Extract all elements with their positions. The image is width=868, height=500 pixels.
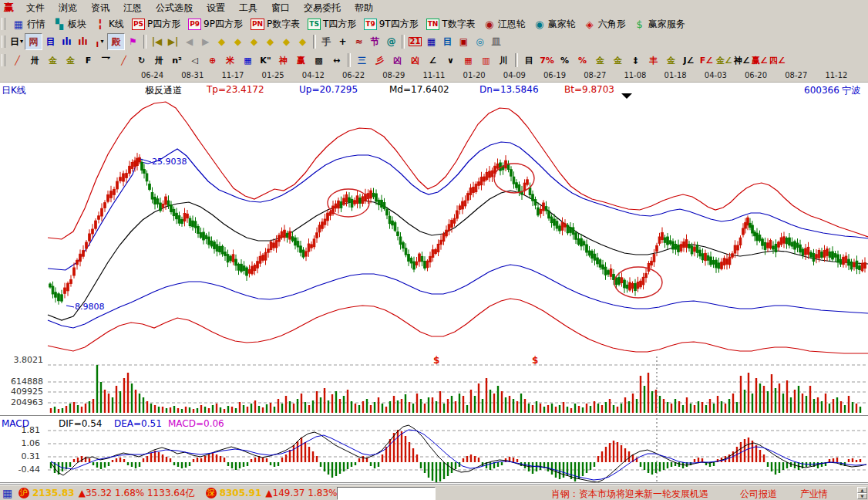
prev-bar-button[interactable]: ◀ (181, 34, 197, 49)
n2-hatch-tool[interactable]: n² (168, 52, 186, 68)
winner-service-button[interactable]: $赢家服务 (630, 16, 689, 32)
channel-view-button[interactable]: 网 (25, 33, 42, 50)
next-bar-button[interactable]: ▶ (197, 34, 214, 49)
gold-angle-tool[interactable]: 金∠ (715, 52, 733, 68)
nine-p-square-button[interactable]: P99P四方形 (184, 16, 247, 32)
menu-item-10[interactable]: 帮助 (348, 1, 380, 15)
calendar-button[interactable]: 21 (407, 34, 423, 49)
panel-lines-tool[interactable]: 三 (353, 52, 371, 68)
news-category-2[interactable]: 产业情 (800, 488, 828, 500)
k-notes-tool[interactable]: K" (257, 52, 274, 68)
circle-cross-tool[interactable]: ⊕ (204, 52, 221, 68)
info-panel-button[interactable]: 目 (42, 34, 59, 49)
angle-lines-tool[interactable]: ∠ (424, 52, 442, 68)
spiral-tool-button[interactable]: @ (383, 34, 399, 49)
t-number-table-button[interactable]: TNT数字表 (422, 16, 479, 32)
f-hatch-tool[interactable]: F (79, 52, 97, 68)
flag-marker-tool[interactable]: ◁ (186, 52, 204, 68)
seven-percent-tool[interactable]: 7% (538, 52, 556, 68)
first-bar-button[interactable]: |◀ (149, 34, 165, 49)
si-angle-tool[interactable]: 四∠ (769, 52, 786, 68)
red-grid2-tool[interactable]: ▥ (477, 52, 495, 68)
last-bar-button[interactable]: ▶| (165, 34, 181, 49)
ticker-spinner[interactable]: ▲▼ (857, 487, 867, 499)
news-headline[interactable]: 肖钢：资本市场将迎来新一轮发展机遇 (551, 488, 708, 500)
bars-blue-button[interactable]: ılı (59, 34, 75, 49)
nine-t-square-button[interactable]: T99T四方形 (360, 16, 422, 32)
notebook-button[interactable]: 目 (439, 34, 456, 49)
compass-tool[interactable]: ‡ (627, 52, 644, 68)
menu-item-9[interactable]: 交易委托 (297, 1, 348, 15)
percent-line-tool[interactable]: % (574, 52, 591, 68)
network-button[interactable]: ◎ (472, 34, 488, 49)
t-square-button[interactable]: TST四方形 (304, 16, 360, 32)
list-grid-tool[interactable]: 目 (520, 52, 538, 68)
quotes-grid-icon[interactable]: ▦ (2, 488, 14, 498)
seal-tool-button[interactable]: 节 (367, 34, 383, 49)
gann-wheel-button[interactable]: ◉江恩轮 (479, 16, 530, 32)
blocks-button[interactable]: ▚板块 (49, 16, 90, 32)
spinner-down-icon[interactable]: ▼ (857, 493, 867, 499)
pan-right-diamond-button[interactable]: ◆ (230, 34, 246, 49)
percent-tool[interactable]: % (556, 52, 574, 68)
kline-button[interactable]: ╏K线 (90, 16, 128, 32)
hatch2-tool[interactable]: 卅 (150, 52, 168, 68)
red-grid-tool[interactable]: ▦ (459, 52, 477, 68)
news-category[interactable]: 公司报道 (740, 488, 777, 500)
menu-item-2[interactable]: 浏览 (52, 1, 84, 15)
slant-lines-tool[interactable]: 川 (495, 52, 513, 68)
width-arrows-tool[interactable]: ↔ (328, 52, 345, 68)
grid-dots-tool[interactable]: ▦ (239, 52, 257, 68)
save-image-button[interactable]: ▣ (456, 34, 472, 49)
brush-tool[interactable]: ╱ (8, 52, 26, 68)
ying-grid-tool[interactable]: 赢 (292, 52, 310, 68)
hexagon-button[interactable]: ◈六角形 (580, 16, 630, 32)
ying-angle-tool[interactable]: 赢∠ (751, 52, 769, 68)
gann-hatch-tool[interactable]: 卅 (26, 52, 44, 68)
center-diamond-button[interactable]: ◆ (294, 34, 311, 49)
p-number-table-button[interactable]: PNP数字表 (247, 16, 304, 32)
gold-box-tool[interactable]: 金 (662, 52, 680, 68)
f-angle-tool[interactable]: F∠ (698, 52, 715, 68)
rotate-tool[interactable]: ↻ (133, 52, 150, 68)
j-angle-tool[interactable]: J∠ (680, 52, 698, 68)
gold-lines-tool[interactable]: 金 (609, 52, 627, 68)
gold-circle-tool[interactable]: 金 (591, 52, 609, 68)
candle-style-button[interactable]: ╻▾ (91, 34, 107, 49)
arc-hatch-tool[interactable]: 乛 (97, 52, 115, 68)
menu-item-4[interactable]: 江恩 (116, 1, 149, 15)
brush2-tool[interactable]: ╱ (115, 52, 133, 68)
menu-item-5[interactable]: 公式选股 (149, 1, 200, 15)
flag-button[interactable]: ⚑ (125, 34, 141, 49)
compress-h-diamond-button[interactable]: ◆ (262, 34, 278, 49)
gold-hatch-tool[interactable]: 金 (44, 52, 62, 68)
shen-tool[interactable]: 神 (274, 52, 292, 68)
menu-item-8[interactable]: 窗口 (264, 1, 297, 15)
spinner-up-icon[interactable]: ▲ (857, 487, 867, 493)
check-lines-tool[interactable]: ∨ (442, 52, 459, 68)
crosshair-tool-button[interactable]: + (335, 34, 351, 49)
briefcase-button[interactable]: 皿 (488, 34, 504, 49)
box-rays2-tool[interactable]: 凶 (406, 52, 424, 68)
gold-hatch2-tool[interactable]: 金 (62, 52, 79, 68)
chart-period-label[interactable]: 日K线 (2, 84, 26, 97)
menu-item-7[interactable]: 工具 (232, 1, 264, 15)
hand-tool-button[interactable]: 手 (318, 34, 335, 49)
calculator-button[interactable]: ▦ (423, 34, 439, 49)
menu-item-3[interactable]: 资讯 (84, 1, 116, 15)
expand-h-diamond-button[interactable]: ◆ (246, 34, 262, 49)
red-hatch-tool[interactable]: 丰 (644, 52, 662, 68)
bars-red-button[interactable]: ılı (75, 34, 91, 49)
menu-item-6[interactable]: 设置 (200, 1, 232, 15)
period-day-button[interactable]: 日▾ (8, 34, 25, 49)
box-rays-tool[interactable]: 凶 (389, 52, 406, 68)
zoom-all-diamond-button[interactable]: ◆ (278, 34, 294, 49)
p-square-button[interactable]: PSP四方形 (128, 16, 184, 32)
quotes-button[interactable]: ▦行情 (8, 16, 49, 32)
measure-tool-button[interactable]: ≈ (351, 34, 367, 49)
pattern-view-button[interactable]: 殿 (107, 33, 125, 50)
rays-fan-tool[interactable]: 彡 (371, 52, 389, 68)
winner-wheel-button[interactable]: ◉赢家轮 (530, 16, 580, 32)
code-input[interactable] (337, 487, 436, 500)
menu-item-1[interactable]: 文件 (19, 1, 52, 15)
